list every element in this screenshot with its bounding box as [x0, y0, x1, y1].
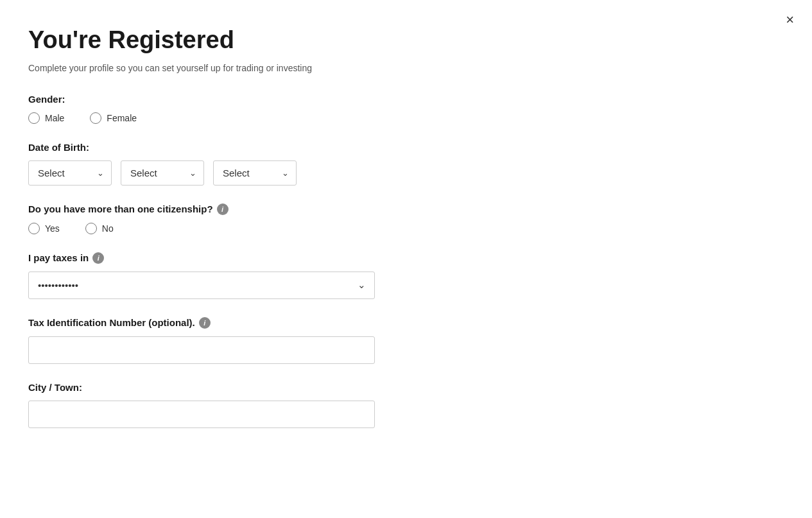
dob-section: Date of Birth: Select ⌄ Select ⌄ S: [28, 142, 784, 186]
citizenship-yes-option[interactable]: Yes: [28, 223, 60, 234]
citizenship-label: Do you have more than one citizenship? i: [28, 203, 784, 215]
gender-male-radio[interactable]: [28, 112, 40, 124]
gender-female-option[interactable]: Female: [90, 112, 137, 124]
modal-overlay: × You're Registered Complete your profil…: [0, 0, 812, 518]
tax-country-info-icon[interactable]: i: [92, 252, 104, 264]
citizenship-info-icon[interactable]: i: [217, 203, 229, 215]
citizenship-no-label: No: [102, 223, 114, 234]
tax-id-section: Tax Identification Number (optional). i: [28, 317, 784, 364]
dob-label: Date of Birth:: [28, 142, 784, 153]
modal-title: You're Registered: [28, 26, 784, 55]
gender-female-radio[interactable]: [90, 112, 101, 124]
tax-country-select[interactable]: ••••••••••••: [28, 272, 375, 299]
modal-subtitle: Complete your profile so you can set you…: [28, 63, 784, 73]
gender-female-label: Female: [107, 113, 137, 123]
city-input[interactable]: [28, 401, 375, 428]
citizenship-section: Do you have more than one citizenship? i…: [28, 203, 784, 234]
tax-id-input[interactable]: [28, 336, 375, 364]
city-section: City / Town:: [28, 382, 784, 428]
citizenship-no-option[interactable]: No: [85, 223, 114, 234]
modal-dialog: × You're Registered Complete your profil…: [0, 0, 812, 518]
dob-row: Select ⌄ Select ⌄ Select ⌄: [28, 160, 784, 186]
citizenship-yes-radio[interactable]: [28, 223, 40, 234]
tax-country-label: I pay taxes in i: [28, 252, 784, 264]
gender-section: Gender: Male Female: [28, 94, 784, 124]
tax-country-wrapper: •••••••••••• ⌄: [28, 272, 375, 299]
tax-id-info-icon[interactable]: i: [199, 317, 211, 329]
citizenship-no-radio[interactable]: [85, 223, 97, 234]
city-label: City / Town:: [28, 382, 784, 393]
gender-label: Gender:: [28, 94, 784, 105]
dob-year-wrapper: Select ⌄: [213, 160, 297, 186]
dob-day-wrapper: Select ⌄: [28, 160, 112, 186]
gender-male-label: Male: [45, 113, 64, 123]
dob-year-select[interactable]: Select: [213, 160, 297, 186]
gender-radio-group: Male Female: [28, 112, 784, 124]
citizenship-radio-group: Yes No: [28, 223, 784, 234]
tax-country-section: I pay taxes in i •••••••••••• ⌄: [28, 252, 784, 299]
gender-male-option[interactable]: Male: [28, 112, 64, 124]
dob-month-select[interactable]: Select: [121, 160, 204, 186]
dob-day-select[interactable]: Select: [28, 160, 112, 186]
dob-month-wrapper: Select ⌄: [121, 160, 204, 186]
tax-id-label: Tax Identification Number (optional). i: [28, 317, 784, 329]
close-button[interactable]: ×: [786, 13, 794, 27]
citizenship-yes-label: Yes: [45, 223, 60, 234]
